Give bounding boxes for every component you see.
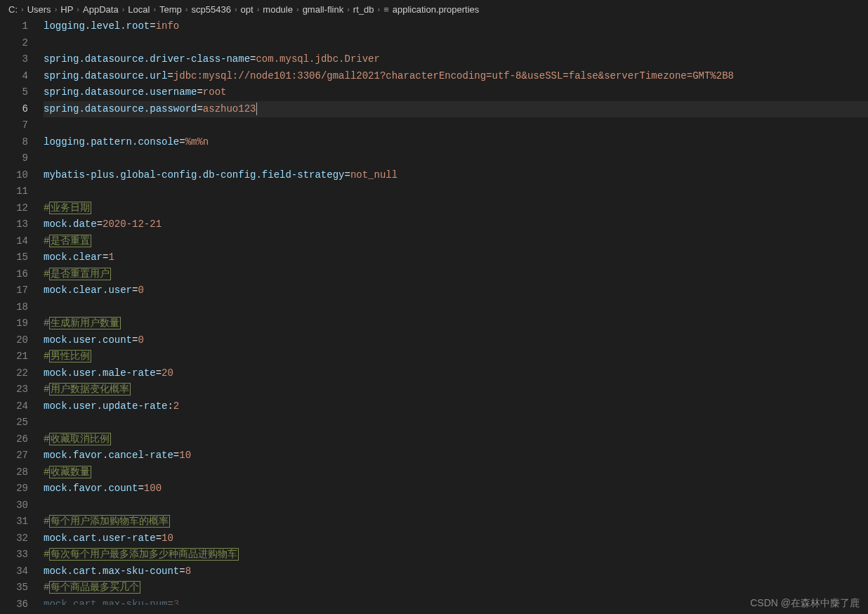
code-line[interactable] bbox=[44, 299, 868, 316]
line-number: 17 bbox=[0, 282, 28, 299]
code-line[interactable]: mock.clear.user=0 bbox=[44, 282, 868, 299]
code-line[interactable]: spring.datasource.password=aszhuo123 bbox=[44, 101, 868, 118]
chevron-right-icon: › bbox=[296, 5, 299, 13]
breadcrumb-segment[interactable]: opt bbox=[241, 4, 254, 15]
line-number: 34 bbox=[0, 563, 28, 580]
line-number: 16 bbox=[0, 266, 28, 283]
code-line[interactable]: #生成新用户数量 bbox=[44, 315, 868, 332]
comment-text: 男性比例 bbox=[49, 350, 91, 362]
code-line[interactable]: logging.pattern.console=%m%n bbox=[44, 134, 868, 151]
line-number: 29 bbox=[0, 481, 28, 497]
line-number: 6 bbox=[0, 101, 28, 118]
line-number: 4 bbox=[0, 68, 28, 85]
line-number: 36 bbox=[0, 596, 28, 613]
property-value: 8 bbox=[185, 566, 191, 577]
property-key: mock.clear bbox=[44, 252, 103, 263]
code-line[interactable]: #用户数据变化概率 bbox=[44, 381, 868, 398]
breadcrumb-segment[interactable]: C: bbox=[8, 4, 18, 15]
code-line[interactable]: mock.user.male-rate=20 bbox=[44, 365, 868, 382]
property-key: mock.favor.count bbox=[44, 483, 138, 494]
property-key: spring.datasource.username bbox=[44, 86, 197, 98]
breadcrumb-segment[interactable]: HP bbox=[60, 4, 73, 15]
code-line[interactable]: mock.date=2020-12-21 bbox=[44, 216, 868, 233]
property-key: mock.date bbox=[44, 218, 97, 230]
line-number: 32 bbox=[0, 530, 28, 547]
line-number: 15 bbox=[0, 249, 28, 266]
line-number: 23 bbox=[0, 381, 28, 398]
line-number: 20 bbox=[0, 332, 28, 349]
code-line[interactable] bbox=[44, 35, 868, 52]
chevron-right-icon: › bbox=[185, 5, 188, 13]
property-value: jdbc:mysql://node101:3306/gmall2021?char… bbox=[173, 70, 734, 81]
property-key: mock.cart.user-rate bbox=[44, 533, 156, 544]
chevron-right-icon: › bbox=[257, 5, 260, 13]
code-editor[interactable]: 1234567891011121314151617181920212223242… bbox=[0, 18, 868, 613]
code-line[interactable]: #收藏取消比例 bbox=[44, 431, 868, 448]
line-number: 11 bbox=[0, 183, 28, 200]
property-key: logging.pattern.console bbox=[44, 136, 179, 148]
line-number: 12 bbox=[0, 200, 28, 217]
code-line[interactable]: mock.user.count=0 bbox=[44, 332, 868, 349]
property-key: mock.clear.user bbox=[44, 285, 132, 296]
property-value: info bbox=[156, 20, 180, 32]
code-line[interactable]: #是否重置 bbox=[44, 233, 868, 250]
property-key: mock.favor.cancel-rate bbox=[44, 450, 173, 461]
comment-text: 每个用户添加购物车的概率 bbox=[49, 515, 170, 528]
code-line[interactable]: spring.datasource.url=jdbc:mysql://node1… bbox=[44, 68, 868, 85]
code-line[interactable]: #是否重置用户 bbox=[44, 266, 868, 283]
code-line[interactable]: #业务日期 bbox=[44, 200, 868, 217]
code-line[interactable]: #男性比例 bbox=[44, 348, 868, 365]
watermark: CSDN @在森林中麋了鹿 bbox=[750, 597, 860, 610]
code-line[interactable]: spring.datasource.username=root bbox=[44, 84, 868, 101]
property-value: 2 bbox=[173, 400, 179, 412]
properties-file-icon: ≡ bbox=[383, 4, 389, 15]
code-line[interactable] bbox=[44, 183, 868, 200]
code-line[interactable]: mock.cart.max-sku-count=8 bbox=[44, 563, 868, 580]
chevron-right-icon: › bbox=[377, 5, 380, 13]
code-line[interactable]: mybatis-plus.global-config.db-config.fie… bbox=[44, 167, 868, 184]
code-line[interactable]: spring.datasource.driver-class-name=com.… bbox=[44, 51, 868, 68]
chevron-right-icon: › bbox=[235, 5, 237, 13]
property-value: 0 bbox=[138, 334, 143, 346]
property-key: mock.user.count bbox=[44, 334, 132, 346]
code-line[interactable]: #每个商品最多买几个 bbox=[44, 580, 868, 596]
breadcrumb[interactable]: C:›Users›HP›AppData›Local›Temp›scp55436›… bbox=[0, 0, 868, 18]
property-value: 1 bbox=[108, 252, 114, 263]
breadcrumb-segment[interactable]: rt_db bbox=[353, 4, 374, 15]
code-line[interactable] bbox=[44, 117, 868, 134]
code-line[interactable]: mock.favor.cancel-rate=10 bbox=[44, 448, 868, 464]
breadcrumb-segment[interactable]: module bbox=[263, 4, 293, 15]
code-area[interactable]: logging.level.root=info spring.datasourc… bbox=[44, 18, 868, 613]
code-line[interactable]: mock.cart.user-rate=10 bbox=[44, 530, 868, 547]
breadcrumb-segment[interactable]: Users bbox=[27, 4, 51, 15]
breadcrumb-file[interactable]: application.properties bbox=[393, 4, 480, 15]
breadcrumb-segment[interactable]: Local bbox=[128, 4, 150, 15]
breadcrumb-segment[interactable]: AppData bbox=[83, 4, 119, 15]
line-number: 18 bbox=[0, 299, 28, 316]
property-value: root bbox=[203, 86, 227, 98]
property-value: 10 bbox=[162, 533, 173, 544]
code-line[interactable]: logging.level.root=info bbox=[44, 18, 868, 35]
line-number: 28 bbox=[0, 464, 28, 481]
breadcrumb-segment[interactable]: scp55436 bbox=[192, 4, 231, 15]
code-line[interactable] bbox=[44, 497, 868, 514]
line-number: 8 bbox=[0, 134, 28, 151]
property-key: mock.user.male-rate bbox=[44, 367, 156, 379]
comment-text: 每个商品最多买几个 bbox=[49, 581, 140, 594]
code-line[interactable] bbox=[44, 414, 868, 431]
code-line[interactable] bbox=[44, 150, 868, 167]
property-key: mock.user.update-rate bbox=[44, 400, 167, 412]
line-number: 5 bbox=[0, 84, 28, 101]
line-number: 35 bbox=[0, 580, 28, 596]
code-line[interactable]: #每个用户添加购物车的概率 bbox=[44, 514, 868, 530]
breadcrumb-segment[interactable]: Temp bbox=[159, 4, 182, 15]
breadcrumb-segment[interactable]: gmall-flink bbox=[303, 4, 344, 15]
line-number: 19 bbox=[0, 315, 28, 332]
code-line[interactable]: mock.cart.max-sku-num=3 bbox=[44, 596, 868, 605]
chevron-right-icon: › bbox=[21, 5, 24, 13]
code-line[interactable]: #收藏数量 bbox=[44, 464, 868, 481]
code-line[interactable]: #每次每个用户最多添加多少种商品进购物车 bbox=[44, 547, 868, 563]
code-line[interactable]: mock.clear=1 bbox=[44, 249, 868, 266]
code-line[interactable]: mock.user.update-rate:2 bbox=[44, 398, 868, 415]
code-line[interactable]: mock.favor.count=100 bbox=[44, 481, 868, 497]
